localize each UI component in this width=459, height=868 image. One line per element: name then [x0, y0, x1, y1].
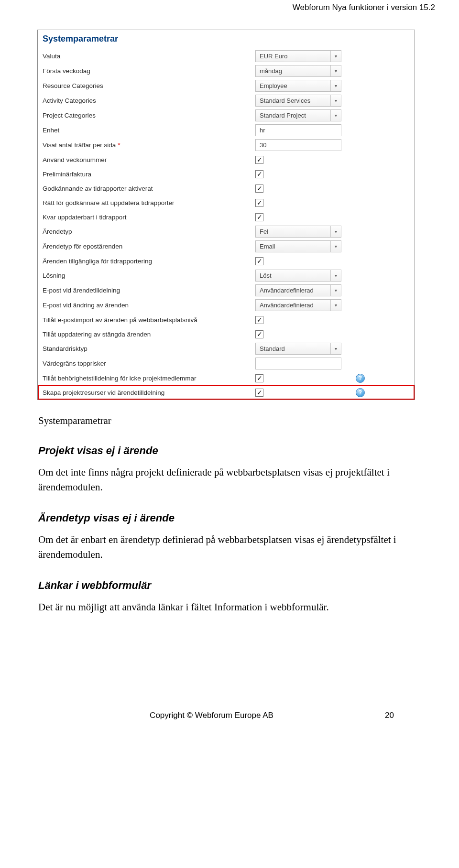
parameter-row: Ärenden tillgängliga för tidrapportering… [38, 254, 415, 268]
parameter-label: Valuta [43, 53, 255, 60]
parameter-control: EUR Euro▾ [255, 50, 351, 62]
parameter-control: ✓ [255, 213, 351, 221]
parameter-row: Kvar uppdaterbart i tidrapport✓ [38, 210, 415, 224]
section-paragraph-1: Om det inte finns några projekt definier… [38, 465, 421, 494]
parameter-label: Resource Categories [43, 82, 255, 89]
parameter-control: Användardefinierad▾ [255, 299, 351, 311]
parameter-row: E-post vid ändring av ärendenAnvändardef… [38, 298, 415, 313]
parameter-control: ✓ [255, 316, 351, 324]
select-dropdown[interactable]: EUR Euro▾ [255, 50, 341, 62]
chevron-down-icon: ▾ [330, 80, 341, 91]
section-paragraph-3: Det är nu möjligt att använda länkar i f… [38, 600, 421, 614]
parameter-control: Löst▾ [255, 270, 351, 282]
checkbox[interactable]: ✓ [255, 257, 263, 265]
chevron-down-icon: ▾ [330, 270, 341, 281]
parameter-row: Skapa projektresurser vid ärendetilldeln… [38, 385, 415, 400]
parameter-row: Visat antal träffar per sida* [38, 138, 415, 152]
checkbox[interactable]: ✓ [255, 316, 263, 324]
checkbox[interactable]: ✓ [255, 374, 263, 382]
text-input[interactable] [255, 358, 341, 369]
select-dropdown[interactable]: Löst▾ [255, 270, 341, 282]
parameter-label: Ärendetyp för epostärenden [43, 243, 255, 250]
checkbox[interactable]: ✓ [255, 213, 263, 221]
chevron-down-icon: ▾ [330, 226, 341, 237]
parameter-control: ✓ [255, 199, 351, 207]
parameter-control: ✓ [255, 330, 351, 338]
select-dropdown[interactable]: Användardefinierad▾ [255, 299, 341, 311]
parameter-control: Fel▾ [255, 226, 351, 238]
parameter-label: Ärendetyp [43, 228, 255, 235]
select-dropdown[interactable]: Standard▾ [255, 343, 341, 355]
parameter-row: Värdegräns topprisker [38, 356, 415, 371]
parameter-label: Tillåt behörighetstilldelning för icke p… [43, 375, 255, 382]
checkbox[interactable]: ✓ [255, 389, 263, 397]
select-dropdown[interactable]: Användardefinierad▾ [255, 284, 341, 296]
parameter-control: ✓ [255, 156, 351, 164]
help-icon[interactable]: ? [356, 374, 365, 383]
chevron-down-icon: ▾ [330, 110, 341, 121]
parameter-row: E-post vid ärendetilldelningAnvändardefi… [38, 283, 415, 298]
parameter-row: StandardrisktypStandard▾ [38, 341, 415, 356]
parameter-row: Resource CategoriesEmployee▾ [38, 78, 415, 93]
parameter-control: ✓ [255, 170, 351, 178]
select-dropdown[interactable]: Email▾ [255, 240, 341, 252]
parameter-label: Standardrisktyp [43, 345, 255, 352]
document-body: Systemparametrar Projekt visas ej i ären… [38, 413, 421, 722]
parameter-control: Användardefinierad▾ [255, 284, 351, 296]
checkbox[interactable]: ✓ [255, 156, 263, 164]
parameter-label: Första veckodag [43, 67, 255, 75]
parameter-row: Enhet [38, 123, 415, 138]
parameter-control [255, 139, 351, 151]
parameter-row: ValutaEUR Euro▾ [38, 49, 415, 64]
chevron-down-icon: ▾ [330, 285, 341, 296]
checkbox[interactable]: ✓ [255, 330, 263, 338]
panel-title: Systemparametrar [38, 30, 415, 49]
select-dropdown[interactable]: Employee▾ [255, 80, 341, 92]
figure-caption: Systemparametrar [38, 413, 421, 428]
parameter-rows: ValutaEUR Euro▾Första veckodagmåndag▾Res… [38, 49, 415, 400]
parameter-row: Preliminärfaktura✓ [38, 167, 415, 181]
required-asterisk: * [118, 141, 120, 149]
parameter-label: Godkännande av tidrapporter aktiverat [43, 185, 255, 192]
row-extras: ? [351, 388, 365, 397]
parameter-row: LösningLöst▾ [38, 268, 415, 283]
parameter-control [255, 124, 351, 136]
select-dropdown[interactable]: Standard Services▾ [255, 95, 341, 107]
text-input[interactable] [255, 124, 341, 136]
help-icon[interactable]: ? [356, 388, 365, 397]
chevron-down-icon: ▾ [330, 343, 341, 354]
chevron-down-icon: ▾ [330, 241, 341, 252]
section-paragraph-2: Om det är enbart en ärendetyp definierad… [38, 532, 421, 562]
parameter-control: Employee▾ [255, 80, 351, 92]
footer-copyright: Copyright © Webforum Europe AB [150, 710, 273, 722]
parameter-row: Tillåt uppdatering av stängda ärenden✓ [38, 327, 415, 341]
parameter-label: Visat antal träffar per sida* [43, 141, 255, 149]
select-dropdown[interactable]: Standard Project▾ [255, 109, 341, 121]
chevron-down-icon: ▾ [330, 95, 341, 106]
checkbox[interactable]: ✓ [255, 184, 263, 193]
text-input[interactable] [255, 139, 341, 151]
system-parameters-panel: Systemparametrar ValutaEUR Euro▾Första v… [37, 30, 415, 400]
checkbox[interactable]: ✓ [255, 199, 263, 207]
checkbox[interactable]: ✓ [255, 170, 263, 178]
parameter-label: E-post vid ändring av ärenden [43, 302, 255, 309]
parameter-control: ✓ [255, 374, 351, 382]
section-heading-3: Länkar i webbformulär [38, 578, 421, 593]
select-dropdown[interactable]: Fel▾ [255, 226, 341, 238]
parameter-label: Rätt för godkännare att uppdatera tidrap… [43, 199, 255, 206]
parameter-label: Activity Categories [43, 97, 255, 104]
parameter-control: ✓ [255, 184, 351, 193]
parameter-row: Godkännande av tidrapporter aktiverat✓ [38, 181, 415, 195]
parameter-label: Tillåt e-postimport av ärenden på webbar… [43, 316, 255, 324]
page-footer: Copyright © Webforum Europe AB 20 [38, 710, 421, 722]
parameter-label: Enhet [43, 127, 255, 134]
row-extras: ? [351, 374, 365, 383]
chevron-down-icon: ▾ [330, 300, 341, 311]
parameter-label: Använd veckonummer [43, 156, 255, 163]
parameter-control [255, 358, 351, 369]
parameter-row: Project CategoriesStandard Project▾ [38, 108, 415, 123]
select-dropdown[interactable]: måndag▾ [255, 65, 341, 77]
parameter-control: Standard Project▾ [255, 109, 351, 121]
parameter-control: ✓ [255, 257, 351, 265]
parameter-row: Använd veckonummer✓ [38, 152, 415, 167]
